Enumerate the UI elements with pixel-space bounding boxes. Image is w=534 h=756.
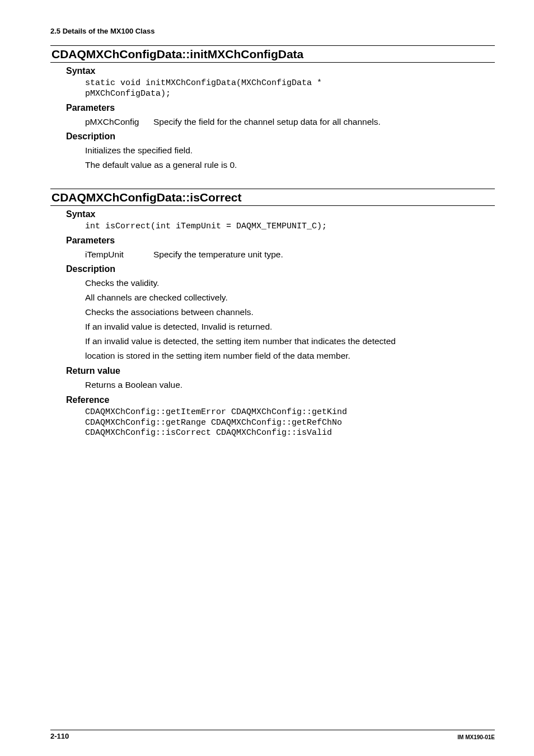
desc-line: Checks the validity. bbox=[85, 276, 495, 290]
syntax-heading: Syntax bbox=[66, 66, 495, 76]
document-id: IM MX190-01E bbox=[457, 734, 495, 740]
parameter-desc: Specify the field for the channel setup … bbox=[153, 115, 495, 128]
description-heading: Description bbox=[66, 264, 495, 274]
parameter-desc: Specify the temperature unit type. bbox=[153, 248, 495, 261]
description-heading: Description bbox=[66, 132, 495, 142]
return-line: Returns a Boolean value. bbox=[85, 378, 495, 392]
reference-heading: Reference bbox=[66, 395, 495, 405]
desc-line: location is stored in the setting item n… bbox=[85, 349, 495, 363]
parameters-heading: Parameters bbox=[66, 103, 495, 113]
desc-line: Initializes the specified field. bbox=[85, 144, 495, 157]
section-header: 2.5 Details of the MX100 Class bbox=[50, 27, 495, 35]
rule-top bbox=[50, 189, 495, 189]
page-number: 2-110 bbox=[50, 732, 69, 740]
description-body: Initializes the specified field. The def… bbox=[85, 144, 495, 172]
rule-top bbox=[50, 45, 495, 46]
desc-line: The default value as a general rule is 0… bbox=[85, 158, 495, 172]
rule-under-title bbox=[50, 205, 495, 206]
syntax-code: static void initMXChConfigData(MXChConfi… bbox=[85, 78, 495, 100]
rule-under-title bbox=[50, 62, 495, 63]
desc-line: If an invalid value is detected, Invalid… bbox=[85, 320, 495, 334]
function-title: CDAQMXChConfigData::isCorrect bbox=[50, 191, 495, 204]
page-footer: 2-110 IM MX190-01E bbox=[50, 730, 495, 740]
syntax-heading: Syntax bbox=[66, 209, 495, 219]
desc-line: Checks the associations between channels… bbox=[85, 306, 495, 319]
function-block-iscorrect: CDAQMXChConfigData::isCorrect Syntax int… bbox=[50, 189, 495, 439]
parameter-row: iTempUnit Specify the temperature unit t… bbox=[85, 248, 495, 261]
function-block-init: CDAQMXChConfigData::initMXChConfigData S… bbox=[50, 45, 495, 172]
syntax-code: int isCorrect(int iTempUnit = DAQMX_TEMP… bbox=[85, 222, 495, 232]
return-value-heading: Return value bbox=[66, 366, 495, 376]
desc-line: If an invalid value is detected, the set… bbox=[85, 335, 495, 348]
description-body: Checks the validity. All channels are ch… bbox=[85, 276, 495, 363]
desc-line: All channels are checked collectively. bbox=[85, 291, 495, 304]
function-title: CDAQMXChConfigData::initMXChConfigData bbox=[50, 48, 495, 61]
return-value-body: Returns a Boolean value. bbox=[85, 378, 495, 392]
parameters-heading: Parameters bbox=[66, 236, 495, 246]
parameter-name: pMXChConfig bbox=[85, 115, 153, 128]
parameter-name: iTempUnit bbox=[85, 248, 153, 261]
reference-code: CDAQMXChConfig::getItemError CDAQMXChCon… bbox=[85, 407, 495, 439]
parameter-row: pMXChConfig Specify the field for the ch… bbox=[85, 115, 495, 128]
